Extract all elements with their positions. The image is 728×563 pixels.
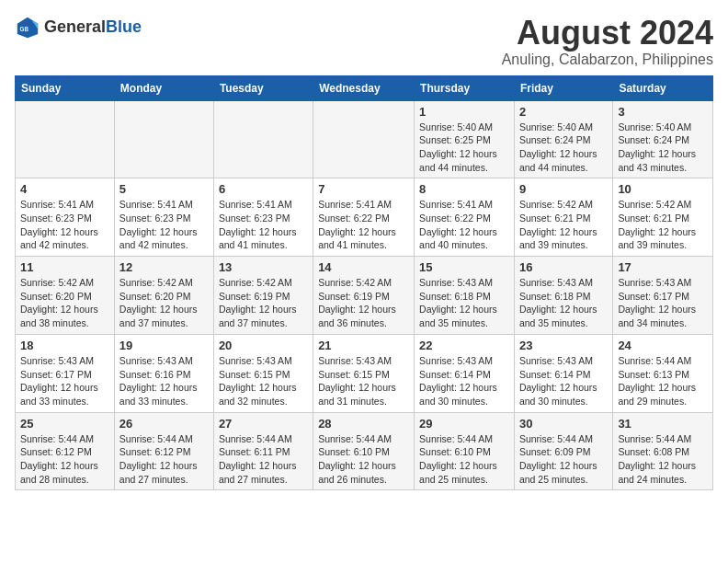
- calendar-day: 7Sunrise: 5:41 AM Sunset: 6:22 PM Daylig…: [313, 178, 415, 257]
- day-info: Sunrise: 5:44 AM Sunset: 6:10 PM Dayligh…: [318, 432, 409, 487]
- day-number: 4: [20, 182, 109, 196]
- weekday-header-tuesday: Tuesday: [213, 75, 313, 100]
- day-info: Sunrise: 5:44 AM Sunset: 6:12 PM Dayligh…: [20, 432, 109, 487]
- calendar-day: 3Sunrise: 5:40 AM Sunset: 6:24 PM Daylig…: [613, 100, 713, 178]
- day-number: 24: [618, 339, 708, 352]
- day-info: Sunrise: 5:44 AM Sunset: 6:09 PM Dayligh…: [519, 432, 608, 487]
- weekday-header-saturday: Saturday: [613, 75, 713, 100]
- calendar-week-1: 1Sunrise: 5:40 AM Sunset: 6:25 PM Daylig…: [16, 100, 713, 178]
- calendar-day: 5Sunrise: 5:41 AM Sunset: 6:23 PM Daylig…: [114, 178, 213, 257]
- calendar-day: 30Sunrise: 5:44 AM Sunset: 6:09 PM Dayli…: [514, 412, 612, 490]
- day-info: Sunrise: 5:40 AM Sunset: 6:24 PM Dayligh…: [618, 121, 708, 175]
- day-info: Sunrise: 5:43 AM Sunset: 6:14 PM Dayligh…: [419, 354, 509, 408]
- header: GB GeneralBlue August 2024 Anuling, Cala…: [15, 15, 713, 68]
- day-number: 1: [419, 105, 509, 119]
- calendar-body: 1Sunrise: 5:40 AM Sunset: 6:25 PM Daylig…: [16, 100, 713, 490]
- calendar-day: 18Sunrise: 5:43 AM Sunset: 6:17 PM Dayli…: [16, 334, 115, 412]
- calendar-day: 27Sunrise: 5:44 AM Sunset: 6:11 PM Dayli…: [213, 412, 313, 490]
- day-info: Sunrise: 5:41 AM Sunset: 6:22 PM Dayligh…: [419, 198, 509, 252]
- calendar-day: 15Sunrise: 5:43 AM Sunset: 6:18 PM Dayli…: [415, 257, 515, 335]
- day-number: 30: [519, 417, 608, 431]
- day-number: 27: [219, 417, 308, 431]
- weekday-header-wednesday: Wednesday: [313, 75, 415, 100]
- calendar-day: 23Sunrise: 5:43 AM Sunset: 6:14 PM Dayli…: [514, 334, 612, 412]
- day-info: Sunrise: 5:42 AM Sunset: 6:20 PM Dayligh…: [20, 276, 109, 330]
- title-area: August 2024 Anuling, Calabarzon, Philipp…: [502, 15, 713, 68]
- calendar-day: 1Sunrise: 5:40 AM Sunset: 6:25 PM Daylig…: [415, 100, 515, 178]
- month-year-title: August 2024: [502, 15, 713, 52]
- day-info: Sunrise: 5:41 AM Sunset: 6:23 PM Dayligh…: [119, 198, 209, 252]
- day-number: 21: [318, 339, 409, 352]
- day-number: 5: [119, 182, 209, 196]
- day-number: 15: [419, 260, 509, 274]
- day-number: 25: [20, 417, 109, 431]
- day-info: Sunrise: 5:43 AM Sunset: 6:18 PM Dayligh…: [419, 276, 509, 330]
- calendar-day: 21Sunrise: 5:43 AM Sunset: 6:15 PM Dayli…: [313, 334, 415, 412]
- calendar-day: 10Sunrise: 5:42 AM Sunset: 6:21 PM Dayli…: [613, 178, 713, 257]
- day-info: Sunrise: 5:43 AM Sunset: 6:16 PM Dayligh…: [119, 354, 209, 408]
- day-number: 18: [20, 339, 109, 352]
- weekday-header-thursday: Thursday: [415, 75, 515, 100]
- day-info: Sunrise: 5:42 AM Sunset: 6:21 PM Dayligh…: [519, 198, 608, 252]
- weekday-header-friday: Friday: [514, 75, 612, 100]
- calendar-day: 17Sunrise: 5:43 AM Sunset: 6:17 PM Dayli…: [613, 257, 713, 335]
- calendar-day: 20Sunrise: 5:43 AM Sunset: 6:15 PM Dayli…: [213, 334, 313, 412]
- calendar-day: 29Sunrise: 5:44 AM Sunset: 6:10 PM Dayli…: [415, 412, 515, 490]
- day-info: Sunrise: 5:44 AM Sunset: 6:12 PM Dayligh…: [119, 432, 209, 487]
- day-info: Sunrise: 5:42 AM Sunset: 6:19 PM Dayligh…: [219, 276, 308, 330]
- calendar-header: SundayMondayTuesdayWednesdayThursdayFrid…: [16, 75, 713, 100]
- day-number: 12: [119, 260, 209, 274]
- day-info: Sunrise: 5:43 AM Sunset: 6:15 PM Dayligh…: [318, 354, 409, 408]
- logo-icon: GB: [15, 15, 40, 40]
- day-info: Sunrise: 5:44 AM Sunset: 6:10 PM Dayligh…: [419, 432, 509, 487]
- day-number: 11: [20, 260, 109, 274]
- day-number: 2: [519, 105, 608, 119]
- day-info: Sunrise: 5:40 AM Sunset: 6:24 PM Dayligh…: [519, 121, 608, 175]
- calendar-day: [16, 100, 115, 178]
- day-info: Sunrise: 5:44 AM Sunset: 6:13 PM Dayligh…: [618, 354, 708, 408]
- day-number: 10: [618, 182, 708, 196]
- calendar-day: [313, 100, 415, 178]
- day-number: 31: [618, 417, 708, 431]
- day-number: 3: [618, 105, 708, 119]
- day-number: 6: [219, 182, 308, 196]
- calendar-day: 22Sunrise: 5:43 AM Sunset: 6:14 PM Dayli…: [415, 334, 515, 412]
- calendar-day: 12Sunrise: 5:42 AM Sunset: 6:20 PM Dayli…: [114, 257, 213, 335]
- day-number: 14: [318, 260, 409, 274]
- day-info: Sunrise: 5:40 AM Sunset: 6:25 PM Dayligh…: [419, 121, 509, 175]
- day-info: Sunrise: 5:42 AM Sunset: 6:19 PM Dayligh…: [318, 276, 409, 330]
- day-info: Sunrise: 5:44 AM Sunset: 6:08 PM Dayligh…: [618, 432, 708, 487]
- calendar-day: [114, 100, 213, 178]
- day-number: 23: [519, 339, 608, 352]
- day-number: 19: [119, 339, 209, 352]
- day-number: 9: [519, 182, 608, 196]
- calendar-day: 24Sunrise: 5:44 AM Sunset: 6:13 PM Dayli…: [613, 334, 713, 412]
- calendar-week-2: 4Sunrise: 5:41 AM Sunset: 6:23 PM Daylig…: [16, 178, 713, 257]
- calendar-week-5: 25Sunrise: 5:44 AM Sunset: 6:12 PM Dayli…: [16, 412, 713, 490]
- day-info: Sunrise: 5:43 AM Sunset: 6:17 PM Dayligh…: [618, 276, 708, 330]
- day-info: Sunrise: 5:43 AM Sunset: 6:14 PM Dayligh…: [519, 354, 608, 408]
- calendar-week-4: 18Sunrise: 5:43 AM Sunset: 6:17 PM Dayli…: [16, 334, 713, 412]
- logo-text: GeneralBlue: [44, 18, 142, 37]
- calendar-day: 25Sunrise: 5:44 AM Sunset: 6:12 PM Dayli…: [16, 412, 115, 490]
- day-info: Sunrise: 5:41 AM Sunset: 6:22 PM Dayligh…: [318, 198, 409, 252]
- location-subtitle: Anuling, Calabarzon, Philippines: [502, 52, 713, 68]
- day-number: 22: [419, 339, 509, 352]
- day-number: 7: [318, 182, 409, 196]
- day-number: 8: [419, 182, 509, 196]
- weekday-header-sunday: Sunday: [16, 75, 115, 100]
- day-number: 20: [219, 339, 308, 352]
- calendar-day: 9Sunrise: 5:42 AM Sunset: 6:21 PM Daylig…: [514, 178, 612, 257]
- calendar-day: 28Sunrise: 5:44 AM Sunset: 6:10 PM Dayli…: [313, 412, 415, 490]
- logo-blue: Blue: [106, 17, 142, 36]
- day-info: Sunrise: 5:42 AM Sunset: 6:20 PM Dayligh…: [119, 276, 209, 330]
- day-number: 13: [219, 260, 308, 274]
- calendar-day: 14Sunrise: 5:42 AM Sunset: 6:19 PM Dayli…: [313, 257, 415, 335]
- calendar-day: 8Sunrise: 5:41 AM Sunset: 6:22 PM Daylig…: [415, 178, 515, 257]
- logo: GB GeneralBlue: [15, 15, 142, 40]
- calendar-day: 2Sunrise: 5:40 AM Sunset: 6:24 PM Daylig…: [514, 100, 612, 178]
- day-number: 29: [419, 417, 509, 431]
- day-info: Sunrise: 5:41 AM Sunset: 6:23 PM Dayligh…: [219, 198, 308, 252]
- logo-general: General: [44, 17, 106, 36]
- day-info: Sunrise: 5:43 AM Sunset: 6:18 PM Dayligh…: [519, 276, 608, 330]
